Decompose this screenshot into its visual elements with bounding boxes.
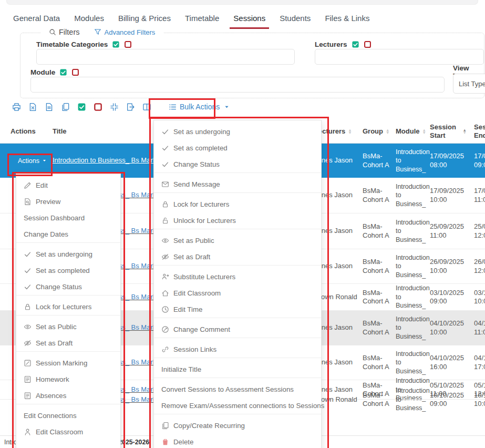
session-start-cell: 25/09/2025 11:00 bbox=[430, 213, 467, 249]
check-icon bbox=[161, 160, 169, 168]
row-actions-button[interactable]: Actions bbox=[16, 154, 49, 168]
module-cell: Introduction to Business_ bbox=[396, 144, 430, 178]
tab-label: Timetable bbox=[185, 14, 219, 23]
menu-item[interactable]: Homework bbox=[16, 371, 120, 388]
menu-item[interactable]: Session Marking bbox=[16, 355, 120, 371]
menu-item[interactable]: Substitute Lecturers bbox=[154, 269, 321, 285]
menu-item[interactable]: Set as undergoing bbox=[154, 124, 321, 140]
menu-item[interactable]: Preview bbox=[16, 194, 120, 210]
filters-panel: Filters Advanced Filters Timetable Categ… bbox=[20, 33, 484, 98]
menu-item[interactable]: Change Comment bbox=[154, 321, 321, 338]
footer-year: 2025-2026 bbox=[118, 439, 149, 446]
tab[interactable]: General Data bbox=[9, 12, 64, 29]
module-cell: Introduction to Business_ bbox=[396, 178, 430, 213]
group-cell: BsMa-Cohort A bbox=[363, 249, 393, 283]
unlock-icon bbox=[161, 217, 169, 225]
list-lines-icon bbox=[24, 375, 32, 383]
menu-item[interactable]: Set as Public bbox=[16, 319, 120, 335]
menu-item[interactable]: Remove Exam/Assessment connections to Se… bbox=[154, 398, 321, 414]
select-all-icon[interactable] bbox=[112, 40, 120, 48]
menu-item[interactable]: Edit bbox=[16, 177, 120, 194]
deselect-all-icon[interactable] bbox=[71, 68, 79, 76]
menu-item[interactable]: Unlock for Lecturers bbox=[154, 212, 321, 229]
tab[interactable]: Sessions bbox=[230, 12, 269, 29]
menu-item-label: Session Marking bbox=[36, 359, 87, 367]
file-excel-icon[interactable] bbox=[28, 102, 37, 111]
menu-item[interactable]: Edit Classroom bbox=[16, 424, 120, 440]
view-type-value: List Type bbox=[459, 80, 485, 88]
timetable-categories-label: Timetable Categories bbox=[36, 40, 132, 48]
menu-item-label: Set as completed bbox=[36, 267, 90, 274]
filters-toggle[interactable]: Filters bbox=[46, 27, 82, 37]
menu-item[interactable]: Lock for Lecturers bbox=[154, 196, 321, 212]
column-header-session-start[interactable]: Session Start▲▼ bbox=[430, 120, 467, 143]
marking-icon bbox=[24, 359, 32, 367]
printer-icon[interactable] bbox=[12, 102, 21, 111]
menu-item[interactable]: Set as completed bbox=[154, 140, 321, 156]
file-pdf-icon[interactable] bbox=[44, 102, 54, 111]
menu-item[interactable]: Initialize Title bbox=[154, 361, 321, 378]
menu-item-label: Session Links bbox=[173, 345, 216, 353]
advanced-filters-link[interactable]: Advanced Filters bbox=[91, 28, 158, 37]
menu-item[interactable]: Set as undergoing bbox=[16, 246, 120, 262]
menu-item[interactable]: Change Status bbox=[154, 156, 321, 173]
menu-item[interactable]: Set as Public bbox=[154, 232, 321, 249]
session-start-cell: 17/09/2025 10:00 bbox=[430, 178, 467, 213]
deselect-square-icon[interactable] bbox=[93, 102, 102, 111]
eye-slash-icon bbox=[161, 253, 169, 261]
deselect-all-icon[interactable] bbox=[124, 40, 132, 48]
trash-icon bbox=[161, 438, 169, 446]
menu-item[interactable]: Convert Sessions to Assessment Sessions bbox=[154, 381, 321, 398]
header-label: Title bbox=[53, 127, 67, 136]
menu-item[interactable]: Session Dashboard bbox=[16, 210, 120, 226]
filters-label: Filters bbox=[59, 28, 79, 36]
module-input[interactable] bbox=[30, 77, 445, 93]
menu-item-label: Lock for Lecturers bbox=[173, 200, 229, 208]
copy-icon[interactable] bbox=[60, 102, 70, 111]
menu-item[interactable]: Edit Connections bbox=[16, 408, 120, 424]
menu-item[interactable]: Set as Draft bbox=[154, 249, 321, 266]
menu-item[interactable]: Send Message bbox=[154, 176, 321, 193]
menu-item[interactable]: Change Dates bbox=[16, 226, 120, 243]
menu-item[interactable]: Change Status bbox=[16, 279, 120, 296]
home-icon bbox=[161, 289, 169, 297]
search-icon bbox=[49, 28, 56, 36]
menu-item-label: Set as Draft bbox=[36, 339, 73, 347]
tab-label: General Data bbox=[13, 14, 60, 23]
column-header-group[interactable]: Group▲▼ bbox=[363, 120, 393, 143]
columns-icon[interactable] bbox=[142, 102, 151, 111]
tab[interactable]: Modules bbox=[70, 12, 108, 29]
menu-item-label: Set as completed bbox=[173, 144, 228, 152]
bulk-actions-button[interactable]: Bulk Actions bbox=[166, 102, 233, 111]
column-header-module[interactable]: Module▲▼ bbox=[396, 120, 430, 143]
menu-item[interactable]: Set as completed bbox=[16, 262, 120, 279]
menu-item[interactable]: Session Links bbox=[154, 341, 321, 358]
session-start-cell: 03/10/2025 09:00 bbox=[430, 284, 467, 310]
select-all-icon[interactable] bbox=[352, 40, 359, 48]
group-cell: BsMa-Cohort A bbox=[363, 345, 393, 380]
menu-item[interactable]: Lock for Lecturers bbox=[16, 299, 120, 315]
deselect-all-icon[interactable] bbox=[364, 40, 372, 48]
menu-item[interactable]: Edit Classroom bbox=[154, 285, 321, 301]
collapse-icon[interactable] bbox=[109, 102, 119, 111]
bulk-actions-menu: Set as undergoing Set as completed Chang… bbox=[153, 120, 322, 448]
check-square-icon[interactable] bbox=[77, 102, 86, 111]
menu-item[interactable]: Delete bbox=[154, 434, 321, 448]
timetable-categories-input[interactable] bbox=[36, 49, 295, 65]
view-type-select[interactable]: List Type bbox=[453, 74, 485, 94]
menu-item-label: Set as Public bbox=[173, 237, 214, 245]
tab[interactable]: Billing & Prices bbox=[115, 12, 174, 29]
lecturers-input[interactable] bbox=[315, 49, 484, 65]
tab[interactable]: Students bbox=[276, 12, 314, 29]
group-cell: BsMa-Cohort A bbox=[363, 213, 393, 249]
tab[interactable]: Timetable bbox=[181, 12, 223, 29]
export-icon[interactable] bbox=[126, 102, 135, 111]
sessions-page: General Data Modules Billing & Prices Ti… bbox=[0, 0, 485, 448]
menu-item[interactable]: Set as Draft bbox=[16, 335, 120, 352]
menu-item[interactable]: Copy/Create Recurring bbox=[154, 418, 321, 434]
tab[interactable]: Files & Links bbox=[321, 12, 373, 29]
menu-item[interactable]: Edit Time bbox=[154, 301, 321, 318]
menu-item[interactable]: Absences bbox=[16, 388, 120, 404]
column-header-session-end[interactable]: Session End bbox=[474, 120, 485, 143]
select-all-icon[interactable] bbox=[59, 68, 67, 76]
